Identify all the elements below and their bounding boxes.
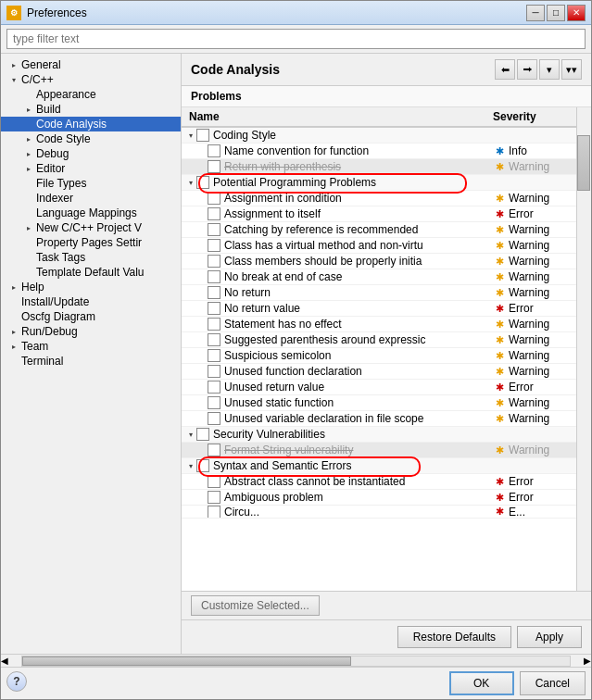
- sidebar-item-editor[interactable]: Editor: [1, 161, 181, 176]
- sidebar-item-task-tags[interactable]: Task Tags: [1, 250, 181, 265]
- table-row[interactable]: Unused return value ✱ Error: [182, 380, 576, 395]
- checkbox-format-string[interactable]: [208, 444, 220, 456]
- sidebar-item-file-types[interactable]: File Types: [1, 176, 181, 191]
- checkbox-no-return-val[interactable]: [208, 302, 220, 315]
- table-row[interactable]: Format String vulnerability ✱ Warning: [182, 443, 576, 458]
- sidebar-item-indexer[interactable]: Indexer: [1, 191, 181, 206]
- checkbox-return-parens[interactable]: [208, 160, 220, 173]
- checkbox-syntax[interactable]: [196, 459, 209, 472]
- vertical-scrollbar[interactable]: [576, 107, 591, 591]
- cancel-button[interactable]: Cancel: [520, 671, 586, 695]
- table-row[interactable]: Coding Style: [182, 128, 576, 144]
- sidebar-item-language-mappings[interactable]: Language Mappings: [1, 206, 181, 220]
- table-row[interactable]: Suspicious semicolon ✱ Warning: [182, 348, 576, 364]
- scroll-left-button[interactable]: ◀: [1, 656, 8, 666]
- checkbox-coding-style[interactable]: [196, 129, 209, 142]
- checkbox-no-effect[interactable]: [208, 318, 220, 331]
- table-row[interactable]: Circu... ✱ E...: [182, 506, 576, 519]
- checkbox-suspicious-semi[interactable]: [208, 349, 220, 362]
- sidebar-item-help[interactable]: Help: [1, 280, 181, 294]
- checkbox-no-return[interactable]: [208, 286, 220, 299]
- toolbar-expand-button[interactable]: ▾▾: [561, 59, 582, 80]
- sidebar-item-code-analysis[interactable]: Code Analysis: [1, 117, 181, 131]
- table-row[interactable]: Abstract class cannot be instantiated ✱ …: [182, 474, 576, 490]
- checkbox-catching[interactable]: [208, 223, 220, 236]
- col-severity-header: Severity: [493, 110, 576, 123]
- checkbox-virtual[interactable]: [208, 239, 220, 252]
- table-row[interactable]: Unused function declaration ✱ Warning: [182, 364, 576, 380]
- table-row[interactable]: Security Vulnerabilities: [182, 427, 576, 443]
- checkbox-suggested-parens[interactable]: [208, 333, 220, 346]
- toolbar-dropdown-button[interactable]: ▾: [539, 59, 560, 80]
- checkbox-circular[interactable]: [208, 506, 220, 519]
- table-area[interactable]: Name Severity Coding Style: [182, 107, 576, 591]
- checkbox-class-members[interactable]: [208, 255, 220, 268]
- table-row[interactable]: Name convention for function ✱ Info: [182, 144, 576, 159]
- customize-selected-button[interactable]: Customize Selected...: [191, 595, 320, 616]
- checkbox-abstract[interactable]: [208, 475, 220, 488]
- sidebar-item-install-update[interactable]: Install/Update: [1, 294, 181, 309]
- sidebar-item-new-cpp[interactable]: New C/C++ Project V: [1, 220, 181, 235]
- sidebar-item-team[interactable]: Team: [1, 339, 181, 354]
- sidebar-item-debug[interactable]: Debug: [1, 146, 181, 161]
- toolbar-back-button[interactable]: ⬅: [495, 59, 515, 80]
- table-row[interactable]: No return ✱ Warning: [182, 285, 576, 301]
- checkbox-unused-var[interactable]: [208, 412, 220, 425]
- minimize-button[interactable]: ─: [526, 5, 545, 21]
- checkbox-no-break[interactable]: [208, 270, 220, 283]
- table-row[interactable]: Unused static function ✱ Warning: [182, 395, 576, 411]
- table-row[interactable]: Statement has no effect ✱ Warning: [182, 317, 576, 332]
- toolbar-forward-button[interactable]: ⮕: [517, 59, 537, 80]
- sidebar-item-property-pages[interactable]: Property Pages Settir: [1, 235, 181, 250]
- checkbox-unused-func[interactable]: [208, 365, 220, 378]
- table-row[interactable]: Assignment to itself ✱ Error: [182, 206, 576, 222]
- bottom-scroll-track[interactable]: [21, 656, 571, 667]
- checkbox-assign-cond[interactable]: [208, 192, 220, 205]
- warning-icon: ✱: [493, 365, 506, 378]
- table-row[interactable]: Ambiguous problem ✱ Error: [182, 490, 576, 506]
- table-row[interactable]: Assignment in condition ✱ Warning: [182, 191, 576, 206]
- checkbox-ambiguous[interactable]: [208, 491, 220, 504]
- table-row[interactable]: Potential Programming Problems: [182, 175, 576, 191]
- table-row[interactable]: Unused variable declaration in file scop…: [182, 411, 576, 427]
- scroll-right-button[interactable]: ▶: [584, 656, 591, 666]
- checkbox-potential[interactable]: [196, 176, 209, 189]
- table-row[interactable]: Syntax and Semantic Errors: [182, 458, 576, 474]
- severity-ambiguous: ✱ Error: [493, 491, 576, 504]
- sidebar-item-appearance[interactable]: Appearance: [1, 87, 181, 102]
- restore-defaults-button[interactable]: Restore Defaults: [397, 626, 511, 648]
- table-row[interactable]: Class members should be properly initia …: [182, 254, 576, 269]
- sidebar-item-run-debug[interactable]: Run/Debug: [1, 324, 181, 339]
- severity-label-unused-return: Error: [509, 381, 534, 394]
- sidebar-item-template-default[interactable]: Template Default Valu: [1, 265, 181, 280]
- scrollbar-thumb[interactable]: [577, 135, 590, 191]
- checkbox-unused-return[interactable]: [208, 381, 220, 394]
- sidebar-item-code-style[interactable]: Code Style: [1, 131, 181, 146]
- help-button[interactable]: ?: [6, 671, 27, 692]
- sidebar-item-general[interactable]: General: [1, 57, 181, 72]
- checkbox-unused-static[interactable]: [208, 396, 220, 409]
- sidebar-label-task-tags: Task Tags: [36, 251, 85, 264]
- table-row[interactable]: Class has a virtual method and non-virtu…: [182, 238, 576, 254]
- severity-assign-self: ✱ Error: [493, 207, 576, 220]
- close-button[interactable]: ✕: [567, 5, 586, 21]
- sidebar-item-oscfg[interactable]: Oscfg Diagram: [1, 309, 181, 324]
- ok-button[interactable]: OK: [449, 671, 514, 695]
- apply-button[interactable]: Apply: [517, 626, 582, 648]
- bottom-scroll-area[interactable]: ◀ ▶: [1, 654, 591, 667]
- filter-input[interactable]: [6, 29, 586, 49]
- table-row[interactable]: Suggested parenthesis around expressic ✱…: [182, 332, 576, 348]
- checkbox-name-conv[interactable]: [208, 144, 220, 157]
- row-label-return-parens: Return with parenthesis: [224, 160, 493, 173]
- table-row[interactable]: Catching by reference is recommended ✱ W…: [182, 222, 576, 238]
- table-row[interactable]: Return with parenthesis ✱ Warning: [182, 159, 576, 175]
- table-row[interactable]: No break at end of case ✱ Warning: [182, 269, 576, 285]
- table-row[interactable]: No return value ✱ Error: [182, 301, 576, 317]
- maximize-button[interactable]: □: [547, 5, 565, 21]
- checkbox-security[interactable]: [196, 428, 209, 441]
- checkbox-assign-self[interactable]: [208, 207, 220, 220]
- sidebar-item-build[interactable]: Build: [1, 102, 181, 117]
- sidebar-item-terminal[interactable]: Terminal: [1, 354, 181, 369]
- footer: Restore Defaults Apply: [182, 619, 591, 654]
- sidebar-item-cpp[interactable]: C/C++: [1, 72, 181, 87]
